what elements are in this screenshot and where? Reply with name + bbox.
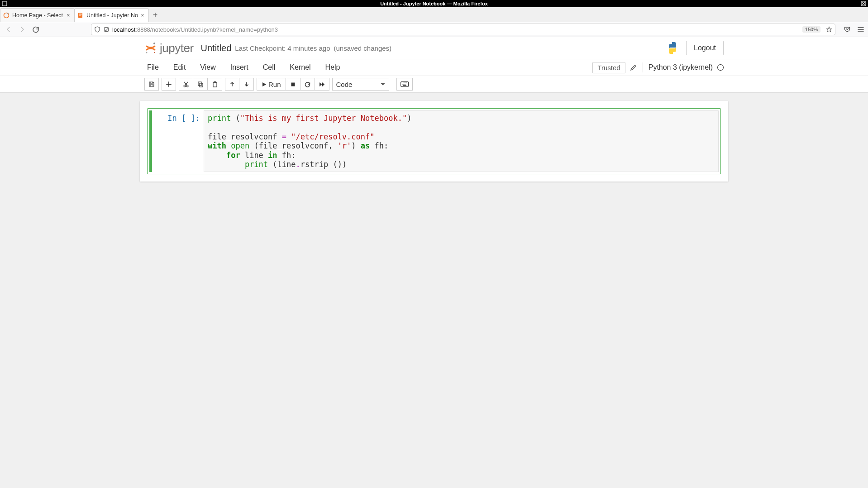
- cell-code-editor[interactable]: print ("This is my first Jupyter Noteboo…: [204, 110, 719, 172]
- svg-rect-7: [79, 15, 81, 16]
- restart-button[interactable]: [300, 78, 315, 91]
- svg-rect-20: [291, 82, 295, 86]
- separator: [643, 62, 643, 72]
- notebook-favicon-icon: [77, 12, 84, 19]
- svg-point-15: [186, 85, 188, 87]
- kernel-name[interactable]: Python 3 (ipykernel): [649, 63, 713, 72]
- checkpoint-text: Last Checkpoint: 4 minutes ago: [235, 44, 330, 52]
- jupyter-logo-text: jupyter: [160, 41, 194, 55]
- os-titlebar: Untitled - Jupyter Notebook — Mozilla Fi…: [0, 0, 868, 7]
- menu-insert[interactable]: Insert: [223, 61, 256, 74]
- svg-rect-5: [79, 14, 82, 14]
- menu-edit[interactable]: Edit: [166, 61, 193, 74]
- notebook-container: In [ ]: print ("This is my first Jupyter…: [140, 101, 728, 182]
- menu-view[interactable]: View: [193, 61, 223, 74]
- hamburger-menu-icon[interactable]: [857, 26, 864, 33]
- close-icon[interactable]: ×: [65, 12, 72, 19]
- svg-rect-31: [403, 85, 406, 86]
- menu-file[interactable]: File: [144, 61, 166, 74]
- svg-rect-0: [2, 1, 7, 6]
- forward-button[interactable]: [17, 24, 27, 34]
- jupyter-logo-icon: [144, 42, 157, 54]
- code-cell[interactable]: In [ ]: print ("This is my first Jupyter…: [147, 108, 721, 174]
- bookmark-icon[interactable]: [826, 26, 832, 33]
- svg-rect-6: [79, 14, 82, 15]
- new-tab-button[interactable]: +: [148, 8, 162, 22]
- pocket-icon[interactable]: [844, 26, 851, 33]
- cell-selection-bar: [149, 110, 152, 172]
- command-palette-button[interactable]: [396, 78, 413, 91]
- interrupt-button[interactable]: [286, 78, 300, 91]
- jupyter-favicon-icon: [3, 12, 10, 19]
- kernel-status-icon: [717, 64, 724, 71]
- svg-rect-30: [405, 84, 406, 85]
- svg-rect-23: [403, 83, 404, 84]
- cell-prompt: In [ ]:: [154, 110, 204, 172]
- copy-button[interactable]: [193, 78, 208, 91]
- svg-rect-28: [403, 84, 404, 85]
- zoom-badge[interactable]: 150%: [802, 26, 820, 33]
- back-button[interactable]: [4, 24, 14, 34]
- reload-button[interactable]: [31, 24, 41, 34]
- svg-rect-22: [401, 83, 402, 84]
- play-icon: [262, 82, 267, 87]
- svg-point-9: [153, 43, 155, 44]
- svg-rect-24: [404, 83, 405, 84]
- run-button[interactable]: Run: [257, 78, 286, 91]
- run-label: Run: [268, 81, 281, 88]
- svg-point-14: [184, 85, 186, 87]
- unsaved-text: (unsaved changes): [334, 44, 391, 52]
- menu-help[interactable]: Help: [318, 61, 348, 74]
- svg-rect-26: [406, 83, 407, 84]
- jupyter-menubar: File Edit View Insert Cell Kernel Help T…: [0, 59, 868, 76]
- os-app-icon: [1, 0, 8, 7]
- tab-home[interactable]: Home Page - Select or cr ×: [0, 8, 75, 22]
- move-down-button[interactable]: [239, 78, 254, 91]
- shield-icon[interactable]: [94, 26, 100, 33]
- svg-point-11: [154, 52, 155, 53]
- svg-rect-27: [402, 84, 403, 85]
- edit-metadata-icon[interactable]: [630, 64, 637, 71]
- os-close-icon[interactable]: [860, 0, 867, 7]
- svg-point-13: [673, 52, 675, 53]
- menu-cell[interactable]: Cell: [256, 61, 283, 74]
- move-up-button[interactable]: [225, 78, 239, 91]
- celltype-select[interactable]: Code: [332, 78, 389, 91]
- url-text: localhost:8888/notebooks/Untitled.ipynb?…: [112, 26, 278, 33]
- insert-cell-button[interactable]: [162, 78, 176, 91]
- save-button[interactable]: [144, 78, 159, 91]
- notebook-title[interactable]: Untitled: [201, 43, 232, 53]
- svg-point-3: [7, 13, 8, 14]
- browser-tabstrip: Home Page - Select or cr × Untitled - Ju…: [0, 7, 868, 22]
- url-bar[interactable]: localhost:8888/notebooks/Untitled.ipynb?…: [91, 24, 835, 35]
- svg-point-12: [670, 43, 672, 44]
- menu-kernel[interactable]: Kernel: [282, 61, 318, 74]
- os-window-title: Untitled - Jupyter Notebook — Mozilla Fi…: [380, 1, 488, 6]
- svg-rect-8: [105, 28, 109, 32]
- trusted-badge[interactable]: Trusted: [592, 62, 625, 73]
- svg-rect-25: [405, 83, 406, 84]
- page-content: jupyter Untitled Last Checkpoint: 4 minu…: [0, 37, 868, 488]
- jupyter-header: jupyter Untitled Last Checkpoint: 4 minu…: [0, 37, 868, 59]
- python-logo-icon: [665, 41, 680, 55]
- tab-label: Home Page - Select or cr: [12, 12, 63, 19]
- svg-point-10: [146, 52, 148, 53]
- celltype-value: Code: [336, 81, 353, 88]
- cut-button[interactable]: [179, 78, 193, 91]
- svg-rect-29: [404, 84, 405, 85]
- close-icon[interactable]: ×: [139, 12, 146, 19]
- restart-run-all-button[interactable]: [315, 78, 329, 91]
- tab-label: Untitled - Jupyter Notebo: [86, 12, 138, 19]
- logout-button[interactable]: Logout: [686, 41, 724, 55]
- browser-urlbar-row: localhost:8888/notebooks/Untitled.ipynb?…: [0, 22, 868, 37]
- paste-button[interactable]: [208, 78, 222, 91]
- tab-notebook[interactable]: Untitled - Jupyter Notebo ×: [74, 8, 149, 22]
- page-info-icon[interactable]: [103, 26, 110, 33]
- jupyter-logo[interactable]: jupyter: [144, 41, 194, 55]
- jupyter-toolbar: Run Code: [0, 76, 868, 93]
